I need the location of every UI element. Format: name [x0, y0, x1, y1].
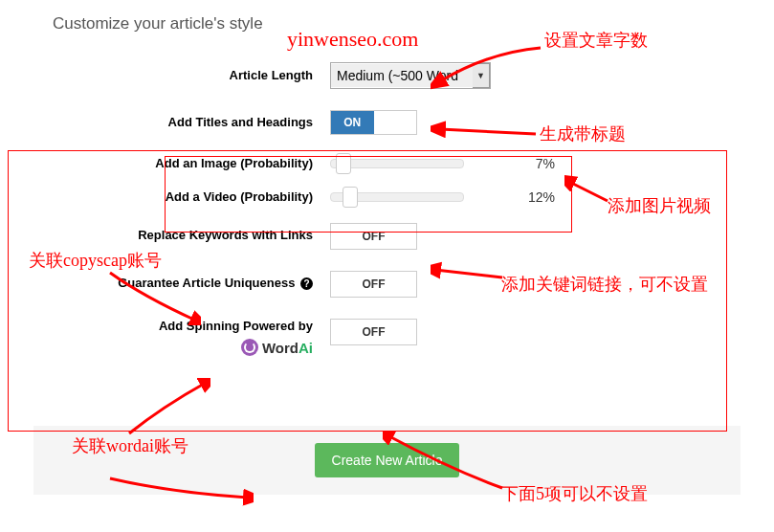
toggle-blank — [374, 111, 417, 134]
control-add-image: 7% — [330, 156, 579, 171]
toggle-titles-headings[interactable]: ON — [330, 110, 417, 135]
label-add-video: Add a Video (Probability) — [53, 189, 330, 206]
row-add-image: Add an Image (Probability) 7% — [53, 156, 721, 172]
label-guarantee-unique: Guarantee Article Uniqueness ? — [53, 276, 330, 292]
slider-thumb-video[interactable] — [343, 187, 358, 208]
row-article-length: Article Length Medium (~500 Word ▼ — [53, 62, 721, 89]
value-add-image: 7% — [517, 156, 555, 171]
control-guarantee-unique: OFF — [330, 271, 502, 298]
label-add-image: Add an Image (Probability) — [53, 156, 330, 172]
toggle-off-label: OFF — [363, 230, 386, 243]
control-titles-headings: ON — [330, 110, 502, 135]
article-length-value[interactable]: Medium (~500 Word — [331, 64, 473, 87]
customize-panel: Customize your article's style Article L… — [33, 0, 741, 397]
toggle-on-label: ON — [331, 111, 374, 134]
label-add-spinning: Add Spinning Powered by WordAi — [53, 319, 330, 357]
toggle-guarantee-unique[interactable]: OFF — [330, 271, 417, 298]
row-add-spinning: Add Spinning Powered by WordAi OFF — [53, 319, 721, 357]
section-title: Customize your article's style — [53, 14, 721, 33]
row-titles-headings: Add Titles and Headings ON — [53, 110, 721, 135]
row-guarantee-unique: Guarantee Article Uniqueness ? OFF — [53, 271, 721, 298]
slider-add-image[interactable] — [330, 159, 464, 168]
label-replace-keywords: Replace Keywords with Links — [53, 228, 330, 244]
slider-thumb-image[interactable] — [336, 153, 351, 174]
toggle-off-label: OFF — [363, 325, 386, 339]
label-guarantee-text: Guarantee Article Uniqueness — [118, 276, 295, 290]
control-article-length: Medium (~500 Word ▼ — [330, 62, 491, 89]
page: Customize your article's style Article L… — [0, 0, 774, 495]
wordai-text: WordAi — [262, 339, 313, 358]
control-add-video: 12% — [330, 189, 579, 205]
row-replace-keywords: Replace Keywords with Links OFF — [53, 223, 721, 250]
row-add-video: Add a Video (Probability) 12% — [53, 189, 721, 206]
create-article-button[interactable]: Create New Article — [315, 443, 460, 477]
wordai-icon — [241, 339, 258, 356]
toggle-off-label: OFF — [363, 277, 386, 291]
toggle-add-spinning[interactable]: OFF — [330, 319, 417, 345]
label-titles-headings: Add Titles and Headings — [53, 115, 330, 131]
control-add-spinning: OFF — [330, 319, 502, 345]
submit-bar: Create New Article — [33, 426, 741, 495]
value-add-video: 12% — [517, 189, 555, 205]
toggle-replace-keywords[interactable]: OFF — [330, 223, 417, 250]
control-replace-keywords: OFF — [330, 223, 502, 250]
help-icon[interactable]: ? — [300, 277, 313, 290]
label-spinning-text: Add Spinning Powered by — [53, 319, 313, 335]
wordai-logo: WordAi — [53, 339, 313, 358]
label-article-length: Article Length — [53, 68, 330, 84]
slider-add-video[interactable] — [330, 192, 464, 202]
dropdown-icon[interactable]: ▼ — [473, 63, 490, 88]
